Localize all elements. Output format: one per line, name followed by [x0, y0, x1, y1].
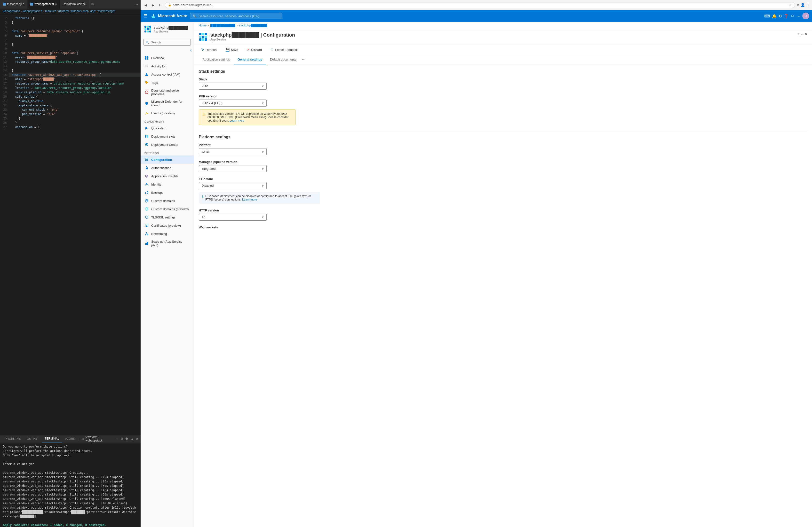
http-version-select[interactable]: 1.1 ∨ — [199, 214, 266, 221]
cloud-shell-icon[interactable]: ⌨ — [764, 14, 770, 18]
portal-main-content: Home › ████████████ › stackphp████████ — [194, 22, 812, 527]
settings-icon[interactable]: ⚙ — [779, 14, 782, 18]
warning-text: The selected version '7.4' will deprecat… — [207, 112, 292, 122]
close-tab-webappstack[interactable]: ✕ — [55, 3, 57, 5]
breadcrumb-symbol[interactable]: resource "azurerm_windows_web_app" "stac… — [45, 10, 115, 13]
sidebar-item-certificates[interactable]: Certificates (preview) — [141, 221, 194, 230]
breadcrumb-app[interactable]: stackphp████████ — [239, 24, 267, 27]
terminal-trash-icon[interactable]: 🗑 — [125, 437, 129, 441]
sidebar-item-scale-up[interactable]: Scale up (App Service plan) — [141, 238, 194, 249]
sidebar-item-tags[interactable]: Tags — [141, 78, 194, 87]
terminal-task-label[interactable]: ⊕ terraform - webappstack — [80, 435, 115, 442]
extensions-icon[interactable]: ⧈ — [797, 3, 799, 7]
url-text: portal.azure.com/#@resource... — [173, 3, 214, 7]
sidebar-item-access-control[interactable]: Access control (IAM) — [141, 70, 194, 78]
sidebar-item-backups[interactable]: Backups — [141, 189, 194, 197]
sidebar-search[interactable]: 🔍 — [141, 37, 194, 47]
sidebar-item-custom-domains[interactable]: Custom domains — [141, 197, 194, 205]
content-tabs-more[interactable]: ⋯ — [300, 55, 307, 64]
tab-terminal[interactable]: TERMINAL — [42, 435, 62, 442]
stack-form-group: Stack PHP ∨ — [199, 77, 807, 90]
platform-select[interactable]: 32 Bit ∨ — [199, 148, 266, 155]
title-dots-icon[interactable]: ··· — [801, 32, 803, 36]
terminal-close-icon[interactable]: ✕ — [136, 437, 139, 441]
tab-webappstack[interactable]: webappstack.tf ✕ — [27, 0, 60, 9]
sidebar-search-field[interactable] — [151, 41, 189, 44]
sidebar-item-diagnose[interactable]: ! Diagnose and solve problems — [141, 87, 194, 98]
notifications-icon[interactable]: 🔔 — [772, 14, 777, 18]
user-avatar[interactable]: U — [802, 13, 809, 19]
help-icon[interactable]: ❓ — [784, 14, 789, 18]
back-button[interactable]: ◀ — [143, 2, 148, 8]
code-editor[interactable]: 234567 8910111213 141516171819 202122232… — [0, 14, 141, 435]
tab-azure[interactable]: AZURE — [62, 435, 78, 442]
pipeline-select[interactable]: Integrated ∨ — [199, 165, 266, 172]
tab-terraform-lock[interactable]: .terraform.lock.hcl — [60, 0, 89, 9]
sidebar-item-app-insights[interactable]: Application Insights — [141, 172, 194, 180]
azure-search-box[interactable]: 🔍 — [190, 13, 282, 19]
sidebar-item-defender[interactable]: Microsoft Defender for Cloud — [141, 98, 194, 109]
warning-learn-more-link[interactable]: Learn more — [230, 119, 244, 122]
sidebar-item-deployment-center[interactable]: Deployment Center — [141, 140, 194, 149]
refresh-button[interactable]: ↻ Refresh — [199, 46, 219, 53]
tab-default-documents[interactable]: Default documents — [266, 55, 300, 64]
tab-output[interactable]: OUTPUT — [24, 435, 42, 442]
more-icon[interactable]: ⋯ — [797, 14, 800, 18]
breadcrumb-home[interactable]: Home — [199, 24, 206, 27]
profile-icon[interactable]: 👤 — [801, 3, 805, 7]
collapse-sidebar-button[interactable]: 《 — [188, 48, 192, 53]
sidebar-item-authentication[interactable]: Authentication — [141, 164, 194, 172]
stack-select[interactable]: PHP ∨ — [199, 82, 266, 90]
refresh-button[interactable]: ↻ — [158, 2, 163, 8]
forward-button[interactable]: ▶ — [150, 2, 156, 8]
discard-button[interactable]: ✕ Discard — [244, 46, 264, 53]
php-version-select[interactable]: PHP 7.4 (EOL) ∨ — [199, 100, 266, 107]
ftp-select[interactable]: Disabled ∨ — [199, 182, 266, 189]
editor-tabs-more[interactable]: ⋯ — [132, 2, 141, 6]
sidebar-item-identity[interactable]: Identity — [141, 180, 194, 189]
title-close-icon[interactable]: ✕ — [804, 32, 807, 36]
iam-icon — [144, 72, 149, 77]
sidebar-resource-header: stackphp████████ App Service — [141, 22, 194, 37]
bookmark-icon[interactable]: ☆ — [789, 3, 792, 7]
terminal-add-icon[interactable]: ＋ — [115, 437, 119, 441]
save-button[interactable]: 💾 Save — [223, 46, 241, 53]
ftp-chevron-icon: ∨ — [262, 184, 264, 187]
code-lines[interactable]: features {} } data "azurerm_resource_gro… — [9, 14, 141, 435]
sidebar-search-input-box[interactable]: 🔍 — [144, 39, 191, 46]
terminal-content[interactable]: Do you want to perform these actions? Te… — [0, 442, 141, 527]
tab-testwebapp[interactable]: testwebapp.tf — [0, 0, 27, 9]
breadcrumb-file[interactable]: webappstack.tf — [23, 10, 42, 13]
feedback-button[interactable]: ♡ Leave Feedback — [268, 46, 301, 53]
feedback-icon[interactable]: ☺ — [791, 14, 795, 18]
sidebar-label-configuration: Configuration — [151, 158, 172, 162]
tab-general-settings[interactable]: General settings — [234, 55, 266, 64]
title-star-icon[interactable]: ☆ — [797, 32, 800, 36]
svg-point-28 — [146, 208, 147, 210]
breadcrumb-rg[interactable]: ████████████ — [211, 24, 235, 27]
browser-menu-icon[interactable]: ⋮ — [806, 3, 810, 7]
code-line-23: current_stack = "php" — [9, 107, 141, 112]
address-bar[interactable]: 🔒 portal.azure.com/#@resource... ☆ — [165, 2, 795, 8]
sidebar-item-quickstart[interactable]: Quickstart — [141, 124, 194, 132]
azure-search-input[interactable] — [199, 14, 279, 18]
breadcrumb-root[interactable]: webappstack — [3, 10, 20, 13]
tab-application-settings[interactable]: Application settings — [199, 55, 234, 64]
sidebar-item-events[interactable]: Events (preview) — [141, 109, 194, 117]
terminal-maximize-icon[interactable]: ▲ — [130, 437, 134, 441]
sidebar-item-deployment-slots[interactable]: Deployment slots — [141, 132, 194, 140]
svg-line-35 — [147, 233, 148, 235]
tab-problems[interactable]: PROBLEMS — [2, 435, 24, 442]
terminal-split-icon[interactable]: ⧉ — [121, 437, 123, 441]
hamburger-icon[interactable]: ☰ — [144, 13, 147, 19]
sidebar-item-networking[interactable]: Networking — [141, 230, 194, 238]
sidebar-item-activity-log[interactable]: Activity log — [141, 62, 194, 70]
sidebar-item-overview[interactable]: Overview — [141, 54, 194, 62]
sidebar-item-custom-domains-preview[interactable]: Custom domains (preview) — [141, 205, 194, 213]
auth-icon — [144, 166, 149, 170]
sidebar-item-configuration[interactable]: Configuration — [141, 155, 194, 164]
sidebar-collapse-btn[interactable]: 《 — [141, 47, 194, 54]
sidebar-item-tls-ssl[interactable]: TLS/SSL settings — [141, 213, 194, 221]
ftp-learn-more-link[interactable]: Learn more — [242, 198, 257, 201]
split-editor-icon[interactable]: ⧉ — [89, 2, 96, 6]
